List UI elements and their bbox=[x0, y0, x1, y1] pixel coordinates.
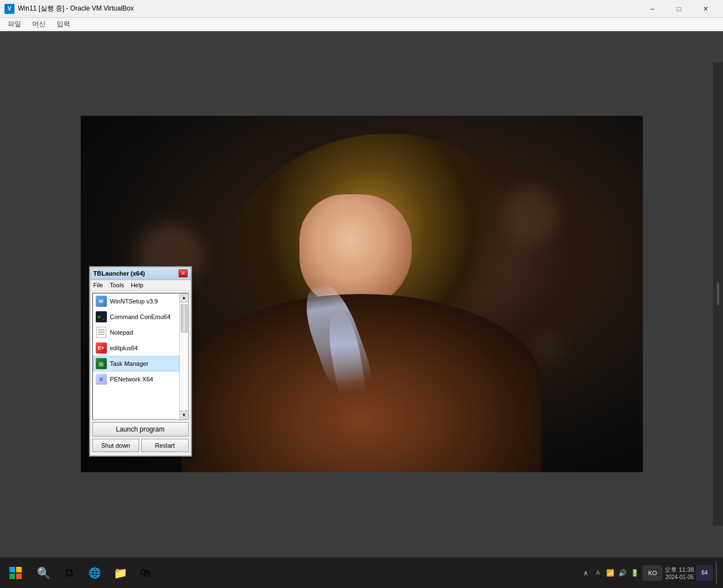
tblauncher-window: TBLauncher (x64) ✕ File Tools Help W bbox=[89, 266, 192, 457]
start-button[interactable] bbox=[2, 560, 29, 586]
tray-chevron-icon[interactable]: ∧ bbox=[580, 567, 591, 579]
svg-rect-1 bbox=[16, 567, 22, 572]
tblauncher-list-container: W WinNTSetup v3.9 ►_ Command ConEmu64 bbox=[92, 293, 189, 420]
list-item-label: Notepad bbox=[110, 329, 134, 336]
vbox-minimize-button[interactable]: – bbox=[640, 2, 665, 16]
list-scrollbar[interactable]: ▲ ▼ bbox=[179, 293, 188, 419]
tblauncher-menubar: File Tools Help bbox=[90, 280, 191, 291]
winnt-icon: W bbox=[96, 296, 107, 307]
clock-time: 오후 11:38 bbox=[665, 566, 694, 574]
vbox-window-controls: – □ ✕ bbox=[640, 2, 719, 16]
list-item-label: WinNTSetup v3.9 bbox=[110, 298, 158, 305]
tblauncher-list[interactable]: W WinNTSetup v3.9 ►_ Command ConEmu64 bbox=[93, 293, 188, 419]
system-tray: ∧ A 📶 🔊 🔋 KO 오후 11:38 2024-01-05 64 bbox=[580, 560, 721, 586]
tblauncher-bottom-buttons: Shut down Restart bbox=[92, 439, 189, 452]
taskbar-lang-indicator[interactable]: KO bbox=[642, 565, 662, 581]
tblauncher-menu-file[interactable]: File bbox=[92, 281, 105, 289]
taskbar-search-icon[interactable]: 🔍 bbox=[31, 561, 56, 585]
svg-rect-2 bbox=[9, 574, 15, 579]
tblauncher-title: TBLauncher (x64) bbox=[94, 270, 145, 277]
tray-battery-icon[interactable]: 🔋 bbox=[629, 567, 640, 579]
taskbar-explorer-icon[interactable]: 📁 bbox=[108, 561, 132, 585]
scrollbar-thumb[interactable] bbox=[181, 305, 188, 332]
scrollbar-track bbox=[180, 302, 188, 410]
taskbar-arch-label[interactable]: 64 bbox=[696, 565, 713, 581]
windows-logo-icon bbox=[9, 566, 22, 580]
tray-volume-icon[interactable]: 🔊 bbox=[617, 567, 628, 579]
tblauncher-titlebar: TBLauncher (x64) ✕ bbox=[90, 267, 191, 280]
vbox-close-button[interactable]: ✕ bbox=[693, 2, 719, 16]
launch-program-button[interactable]: Launch program bbox=[92, 422, 189, 437]
vm-area[interactable]: TBLauncher (x64) ✕ File Tools Help W bbox=[0, 31, 723, 557]
vbox-window-title: Win11 [실행 중] - Oracle VM VirtualBox bbox=[18, 4, 640, 13]
tblauncher-menu-help[interactable]: Help bbox=[130, 281, 145, 289]
show-desktop-button[interactable] bbox=[714, 560, 719, 586]
clock-date: 2024-01-05 bbox=[665, 574, 694, 580]
svg-rect-3 bbox=[16, 574, 22, 579]
tray-language-icon[interactable]: A bbox=[592, 567, 603, 579]
scrollbar-up-arrow[interactable]: ▲ bbox=[180, 293, 189, 302]
list-item-label: editplus64 bbox=[110, 345, 138, 351]
vbox-right-panel bbox=[713, 62, 723, 526]
taskbar-edge-icon[interactable]: 🌐 bbox=[82, 561, 107, 585]
svg-rect-0 bbox=[9, 567, 15, 572]
taskbar: 🔍 ⧉ 🌐 📁 🛍 ∧ A 📶 🔊 🔋 KO 오후 11:38 2024-01-… bbox=[0, 557, 723, 588]
vm-screen[interactable]: TBLauncher (x64) ✕ File Tools Help W bbox=[81, 116, 643, 472]
list-item[interactable]: W WinNTSetup v3.9 bbox=[93, 293, 179, 309]
list-item[interactable]: E+ editplus64 bbox=[93, 340, 179, 356]
scrollbar-down-arrow[interactable]: ▼ bbox=[180, 410, 189, 419]
vbox-app-icon: V bbox=[4, 4, 14, 14]
list-item[interactable]: ▦ Task Manager bbox=[93, 356, 179, 371]
list-item-label: PENetwork X64 bbox=[110, 376, 154, 383]
taskbar-apps: 🔍 ⧉ 🌐 📁 🛍 bbox=[29, 561, 580, 585]
conemu-icon: ►_ bbox=[96, 311, 107, 322]
restart-button[interactable]: Restart bbox=[141, 439, 189, 452]
network-icon: ⊞ bbox=[96, 374, 107, 385]
tray-wifi-icon[interactable]: 📶 bbox=[604, 567, 616, 579]
vbox-menu-machine[interactable]: 머신 bbox=[27, 18, 51, 30]
list-item[interactable]: ⊞ PENetwork X64 bbox=[93, 371, 179, 387]
vbox-maximize-button[interactable]: □ bbox=[666, 2, 692, 16]
list-item[interactable]: Notepad bbox=[93, 325, 179, 340]
tblauncher-menu-tools[interactable]: Tools bbox=[109, 281, 125, 289]
vm-screen-wrapper: TBLauncher (x64) ✕ File Tools Help W bbox=[81, 116, 643, 472]
shutdown-button[interactable]: Shut down bbox=[92, 439, 140, 452]
editplus-icon: E+ bbox=[96, 342, 107, 354]
list-item-label: Task Manager bbox=[110, 360, 149, 367]
vbox-menubar: 파일 머신 입력 bbox=[0, 18, 723, 31]
list-item-label: Command ConEmu64 bbox=[110, 313, 171, 320]
tblauncher-close-button[interactable]: ✕ bbox=[179, 270, 188, 277]
taskman-icon: ▦ bbox=[96, 358, 107, 369]
taskbar-taskview-icon[interactable]: ⧉ bbox=[57, 561, 81, 585]
vbox-titlebar: V Win11 [실행 중] - Oracle VM VirtualBox – … bbox=[0, 0, 723, 18]
notepad-icon bbox=[96, 327, 107, 338]
vbox-menu-input[interactable]: 입력 bbox=[51, 18, 76, 30]
vbox-menu-file[interactable]: 파일 bbox=[2, 18, 27, 30]
list-item[interactable]: ►_ Command ConEmu64 bbox=[93, 309, 179, 325]
vbox-resize-handle[interactable] bbox=[717, 283, 719, 305]
taskbar-store-icon[interactable]: 🛍 bbox=[134, 561, 158, 585]
taskbar-clock[interactable]: 오후 11:38 2024-01-05 bbox=[665, 566, 694, 580]
